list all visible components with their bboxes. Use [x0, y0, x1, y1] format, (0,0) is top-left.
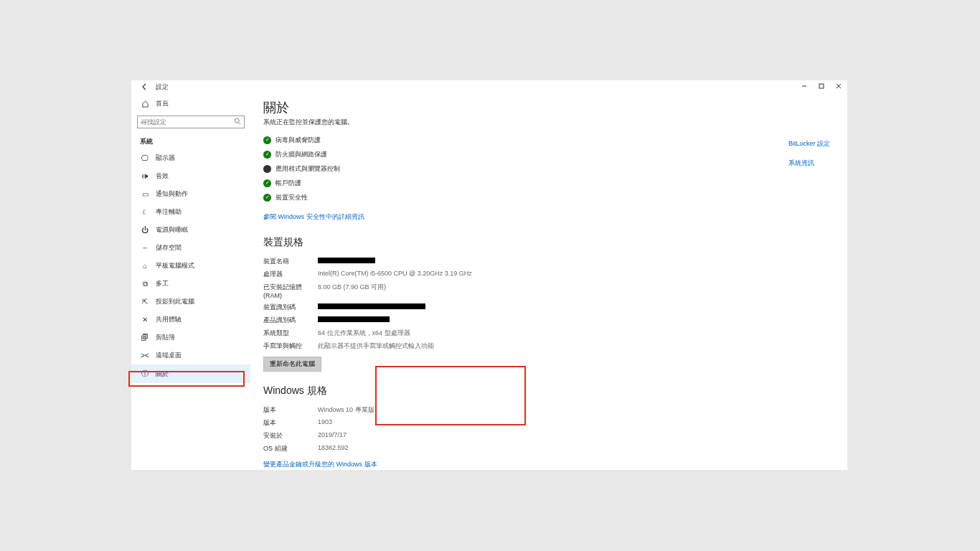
processor-label: 處理器 — [263, 270, 318, 279]
page-title: 關於 — [263, 99, 834, 116]
search-input[interactable] — [141, 118, 234, 126]
spec-row-product-id: 產品識別碼 — [263, 314, 834, 326]
svg-rect-1 — [819, 84, 824, 88]
security-details-link[interactable]: 參閱 Windows 安全性中的詳細資訊 — [263, 211, 364, 223]
nav-list: 🖵顯示器🕪音效▭通知與動作☾專注輔助⏻電源與睡眠⎓儲存空間⌂平板電腦模式⧉多工⇱… — [131, 149, 250, 470]
nav-item-notifications[interactable]: ▭通知與動作 — [131, 185, 250, 203]
titlebar: 設定 — [131, 80, 847, 93]
nav-item-projecting[interactable]: ⇱投影到此電腦 — [131, 293, 250, 311]
checkmark-status-icon: ✓ — [263, 136, 271, 144]
security-item-label: 應用程式與瀏覽器控制 — [275, 164, 340, 174]
maximize-button[interactable] — [813, 80, 830, 92]
nav-item-label: 顯示器 — [156, 154, 175, 163]
nav-item-power[interactable]: ⏻電源與睡眠 — [131, 221, 250, 239]
system-info-link[interactable]: 系統資訊 — [788, 157, 830, 169]
back-button[interactable] — [140, 82, 150, 92]
ram-value: 8.00 GB (7.90 GB 可用) — [318, 283, 386, 299]
nav-item-clipboard[interactable]: 🗐剪貼簿 — [131, 329, 250, 347]
spec-row-installed-on: 安裝於 2019/7/17 — [263, 429, 834, 442]
related-links: BitLocker 設定 系統資訊 — [788, 138, 830, 169]
tablet-icon: ⌂ — [140, 262, 150, 270]
edition-value: Windows 10 專業版 — [318, 405, 374, 415]
spec-row-system-type: 系統類型 64 位元作業系統，x64 型處理器 — [263, 326, 834, 339]
home-label: 首頁 — [156, 99, 169, 108]
version-value: 1903 — [318, 418, 332, 428]
edition-label: 版本 — [263, 405, 318, 415]
pen-touch-label: 手寫筆與觸控 — [263, 342, 318, 351]
device-specs-heading: 裝置規格 — [263, 236, 834, 249]
spec-row-device-id: 裝置識別碼 — [263, 301, 834, 314]
os-build-value: 18362.592 — [318, 444, 349, 453]
nav-item-tablet[interactable]: ⌂平板電腦模式 — [131, 257, 250, 275]
nav-item-label: 關於 — [156, 369, 169, 379]
minimize-icon — [801, 83, 807, 89]
focus-icon: ☾ — [140, 208, 150, 216]
shared-icon: ✕ — [140, 316, 150, 324]
nav-item-label: 電源與睡眠 — [156, 225, 188, 235]
product-id-value — [318, 316, 390, 325]
security-status-row: ✓裝置安全性 — [263, 190, 834, 204]
security-status-row: 應用程式與瀏覽器控制 — [263, 161, 834, 176]
pen-touch-value: 此顯示器不提供手寫筆或觸控式輸入功能 — [318, 342, 434, 351]
sound-icon: 🕪 — [140, 172, 150, 180]
system-type-value: 64 位元作業系統，x64 型處理器 — [318, 329, 410, 338]
nav-item-label: 平板電腦模式 — [156, 261, 194, 270]
spec-row-pen-touch: 手寫筆與觸控 此顯示器不提供手寫筆或觸控式輸入功能 — [263, 339, 834, 352]
sidebar: 首頁 系統 🖵顯示器🕪音效▭通知與動作☾專注輔助⏻電源與睡眠⎓儲存空間⌂平板電腦… — [131, 93, 250, 470]
security-list: ✓病毒與威脅防護✓防火牆與網路保護應用程式與瀏覽器控制✓帳戶防護✓裝置安全性 — [263, 133, 834, 204]
security-status-row: ✓防火牆與網路保護 — [263, 147, 834, 161]
nav-item-about[interactable]: ⓘ關於 — [131, 364, 250, 383]
product-id-label: 產品識別碼 — [263, 316, 318, 325]
device-name-label: 裝置名稱 — [263, 257, 318, 266]
spec-row-version: 版本 1903 — [263, 416, 834, 429]
security-item-label: 裝置安全性 — [275, 193, 308, 202]
settings-window: 設定 首頁 系統 🖵顯示器🕪音效▭通知與動作☾專注輔助⏻電源與睡眠⎓儲 — [131, 80, 847, 470]
change-product-key-link[interactable]: 變更產品金鑰或升級您的 Windows 版本 — [263, 458, 377, 470]
nav-item-label: 專注輔助 — [156, 207, 182, 217]
nav-item-label: 共用體驗 — [156, 315, 182, 324]
content-area: 首頁 系統 🖵顯示器🕪音效▭通知與動作☾專注輔助⏻電源與睡眠⎓儲存空間⌂平板電腦… — [131, 93, 847, 470]
nav-item-shared[interactable]: ✕共用體驗 — [131, 311, 250, 329]
multitask-icon: ⧉ — [140, 280, 150, 288]
nav-item-label: 投影到此電腦 — [156, 297, 194, 306]
nav-item-sound[interactable]: 🕪音效 — [131, 167, 250, 185]
notifications-icon: ▭ — [140, 190, 150, 198]
nav-item-display[interactable]: 🖵顯示器 — [131, 149, 250, 167]
status-icon — [263, 165, 271, 173]
nav-item-remote[interactable]: ><遠端桌面 — [131, 347, 250, 364]
home-icon — [140, 100, 150, 108]
rename-pc-button[interactable]: 重新命名此電腦 — [263, 357, 321, 372]
nav-item-storage[interactable]: ⎓儲存空間 — [131, 239, 250, 257]
category-label: 系統 — [131, 133, 250, 149]
clipboard-icon: 🗐 — [140, 334, 150, 342]
nav-item-label: 音效 — [156, 171, 169, 181]
nav-item-multitask[interactable]: ⧉多工 — [131, 275, 250, 293]
version-label: 版本 — [263, 418, 318, 428]
spec-row-edition: 版本 Windows 10 專業版 — [263, 403, 834, 416]
close-button[interactable] — [830, 80, 847, 92]
remote-icon: >< — [140, 352, 150, 359]
installed-on-label: 安裝於 — [263, 431, 318, 441]
security-item-label: 帳戶防護 — [275, 179, 301, 188]
checkmark-status-icon: ✓ — [263, 194, 271, 202]
device-id-label: 裝置識別碼 — [263, 303, 318, 312]
window-title: 設定 — [156, 83, 169, 92]
home-link[interactable]: 首頁 — [131, 96, 250, 111]
nav-item-label: 剪貼簿 — [156, 333, 175, 342]
minimize-button[interactable] — [796, 80, 813, 92]
nav-item-focus[interactable]: ☾專注輔助 — [131, 203, 250, 221]
system-type-label: 系統類型 — [263, 329, 318, 338]
device-id-value — [318, 303, 425, 312]
search-box[interactable] — [137, 116, 245, 128]
spec-row-ram: 已安裝記憶體(RAM) 8.00 GB (7.90 GB 可用) — [263, 281, 834, 301]
display-icon: 🖵 — [140, 154, 150, 162]
power-icon: ⏻ — [140, 226, 150, 234]
svg-line-5 — [239, 123, 241, 125]
svg-point-4 — [235, 118, 239, 123]
spec-row-os-build: OS 組建 18362.592 — [263, 442, 834, 455]
os-build-label: OS 組建 — [263, 444, 318, 453]
bitlocker-settings-link[interactable]: BitLocker 設定 — [788, 138, 830, 150]
security-status-row: ✓病毒與威脅防護 — [263, 133, 834, 147]
nav-item-label: 通知與動作 — [156, 189, 188, 199]
search-icon — [234, 118, 241, 126]
